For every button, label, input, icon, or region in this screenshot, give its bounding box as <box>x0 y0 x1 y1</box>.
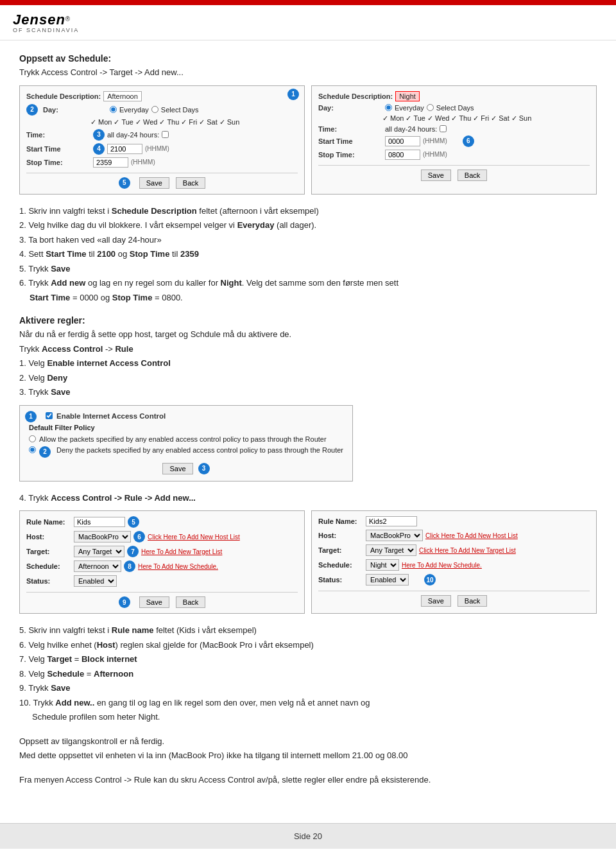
afternoon-save-btn[interactable]: Save <box>139 177 169 189</box>
check-wed-icon: ✓ <box>135 118 141 126</box>
instr2-line6b: Schedule profilen som heter Night. <box>32 711 597 724</box>
starttime-label: Start Time <box>26 145 90 153</box>
ac-buttons: Save 3 <box>29 463 343 474</box>
circle-5: 5 <box>119 177 130 189</box>
logo-registered: ® <box>65 15 70 22</box>
logo-brand: Jensen <box>13 12 65 28</box>
kids2-schedule-select[interactable]: Night <box>366 559 399 571</box>
tue-label: Tue <box>121 118 133 126</box>
kids2-schedule-link[interactable]: Here To Add New Schedule. <box>402 562 482 569</box>
kids2-status-select[interactable]: Enabled <box>366 574 409 586</box>
mon-label: Mon <box>98 118 112 126</box>
night-sched-desc-row: Schedule Description: Night <box>318 91 590 101</box>
check-tue-icon: ✓ <box>114 118 119 126</box>
kids-status-select[interactable]: Enabled <box>74 575 117 587</box>
kids-name-label: Rule Name: <box>26 518 71 526</box>
kids-schedule-select[interactable]: Afternoon <box>74 560 121 572</box>
kids2-save-btn[interactable]: Save <box>421 595 451 607</box>
instructions-section1: 1. Skriv inn valgfri tekst i Schedule De… <box>19 205 597 304</box>
check-fri-icon: ✓ <box>181 118 187 126</box>
kids2-status-label: Status: <box>318 576 363 584</box>
kids2-back-btn[interactable]: Back <box>458 595 487 607</box>
kids-save-btn[interactable]: Save <box>139 596 169 608</box>
kids-host-link[interactable]: Click Here To Add New Host List <box>148 534 240 541</box>
kids-host-select[interactable]: MacBookPro <box>74 531 131 542</box>
night-stoptime-hint: (HHMM) <box>423 151 447 158</box>
instr2-line1: 5. Skriv inn valgfri tekst i Rule name f… <box>19 624 597 637</box>
circle-rule-7: 7 <box>127 546 139 557</box>
starttime-input[interactable]: 2100 <box>107 144 142 154</box>
kids2-target-link[interactable]: Click Here To Add New Target List <box>419 547 516 554</box>
ac-title-text: Enable Internet Access Control <box>56 412 166 420</box>
afternoon-buttons: 5 Save Back <box>26 173 298 189</box>
stoptime-label: Stop Time: <box>26 159 90 166</box>
kids-name-row: Rule Name: 5 <box>26 516 298 528</box>
main-content: Oppsett av Schedule: Trykk Access Contro… <box>0 40 616 810</box>
select-days-radio[interactable] <box>151 106 158 113</box>
kids2-host-row: Host: MacBookPro Click Here To Add New H… <box>318 530 590 541</box>
allow-text: Allow the packets specified by any enabl… <box>39 435 327 443</box>
kids-status-row: Status: Enabled <box>26 575 298 587</box>
night-stoptime-input[interactable] <box>385 150 420 160</box>
section-schedule-setup: Oppsett av Schedule: Trykk Access Contro… <box>19 53 597 304</box>
night-select-days-radio[interactable] <box>427 104 434 111</box>
night-starttime-label: Start Time <box>318 137 382 145</box>
kids2-name-input[interactable] <box>366 516 417 526</box>
night-starttime-input[interactable] <box>385 136 420 146</box>
kids2-host-select[interactable]: MacBookPro <box>366 530 423 541</box>
night-everyday-radio[interactable] <box>385 104 392 111</box>
night-save-btn[interactable]: Save <box>421 169 451 181</box>
check-mon-icon: ✓ <box>90 118 96 126</box>
allday-checkbox[interactable] <box>162 131 169 138</box>
ac-title-row: Enable Internet Access Control <box>29 412 343 420</box>
kids-name-input[interactable] <box>74 517 125 527</box>
deny-text: Deny the packets specified by any enable… <box>56 446 343 454</box>
kids-rule-panel: Rule Name: 5 Host: MacBookPro 6 Click He… <box>19 510 305 614</box>
kids-schedule-link[interactable]: Here To Add New Schedule. <box>138 563 218 570</box>
kids2-name-label: Rule Name: <box>318 517 363 525</box>
time-row: Time: 3 all day-24 hours: <box>26 129 298 141</box>
night-allday-label: all day-24 hours: <box>385 125 437 133</box>
ac-save-btn[interactable]: Save <box>162 463 193 474</box>
deny-radio[interactable] <box>29 446 36 453</box>
circle-rule-10: 10 <box>424 574 436 586</box>
instr1-line6: 6. Trykk Add new og lag en ny regel som … <box>19 277 597 290</box>
night-sat-label: Sat <box>499 114 509 122</box>
kids-target-link[interactable]: Here To Add New Target List <box>141 548 222 555</box>
section2-step3: 3. Trykk Save <box>19 386 597 399</box>
afternoon-back-btn[interactable]: Back <box>176 177 205 189</box>
kids-host-label: Host: <box>26 533 71 541</box>
logo: Jensen® OF SCANDINAVIA <box>13 12 79 33</box>
night-allday-checkbox[interactable] <box>440 125 447 132</box>
everyday-radio[interactable] <box>110 106 117 113</box>
allday-label: all day-24 hours: <box>107 131 159 139</box>
section2-p1: Når du nå er ferdig å sette opp host, ta… <box>19 328 597 341</box>
kids-target-select[interactable]: Any Target <box>74 546 124 557</box>
stoptime-input[interactable]: 2359 <box>93 157 128 168</box>
schedule-panels-row: 1 Schedule Description: Afternoon 2 Day:… <box>19 85 597 195</box>
instr1-line6b: Start Time = 0000 og Stop Time = 0800. <box>30 291 597 304</box>
access-control-panel: 1 Enable Internet Access Control Default… <box>19 405 353 482</box>
header: Jensen® OF SCANDINAVIA <box>0 5 616 40</box>
circle-3: 3 <box>93 129 105 141</box>
night-back-btn[interactable]: Back <box>458 169 487 181</box>
enable-ac-checkbox[interactable] <box>46 412 53 419</box>
closing-p1: Oppsett av tilgangskontroll er nå ferdig… <box>19 735 597 748</box>
check-sun-icon: ✓ <box>219 118 225 126</box>
kids2-schedule-label: Schedule: <box>318 561 363 569</box>
rule-panels-row: Rule Name: 5 Host: MacBookPro 6 Click He… <box>19 510 597 614</box>
select-days-label: Select Days <box>161 106 199 114</box>
night-check-sat-icon: ✓ <box>491 114 497 123</box>
check-thu-icon: ✓ <box>159 118 165 126</box>
night-tue-label: Tue <box>413 114 425 122</box>
kids2-host-link[interactable]: Click Here To Add New Host List <box>425 532 518 539</box>
night-check-tue-icon: ✓ <box>406 114 411 123</box>
allow-radio[interactable] <box>29 435 36 442</box>
kids2-target-select[interactable]: Any Target <box>366 544 416 556</box>
section2-title: Aktivere regler: <box>19 315 597 325</box>
circle-1: 1 <box>287 89 299 100</box>
night-panel: Schedule Description: Night Day: Everyda… <box>311 85 597 195</box>
stoptime-row: Stop Time: 2359 (HHMM) <box>26 157 298 168</box>
kids-back-btn[interactable]: Back <box>176 596 205 608</box>
circle-ac-2: 2 <box>39 446 51 458</box>
